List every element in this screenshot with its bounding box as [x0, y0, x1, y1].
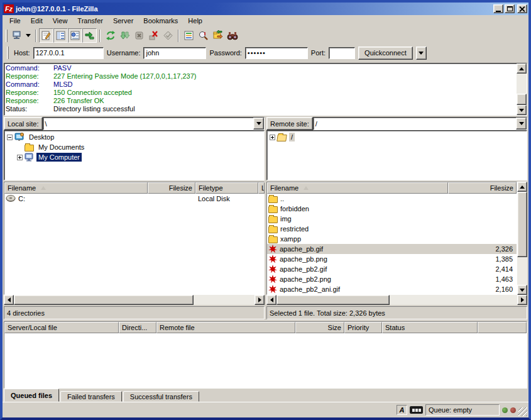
tree-item-my-documents[interactable]: My Documents — [5, 142, 263, 152]
tree-item-root[interactable]: / — [268, 132, 526, 142]
cancel-operation-button[interactable] — [132, 28, 146, 43]
tree-item-label-selected[interactable]: / — [289, 133, 295, 141]
file-row[interactable]: restricted — [267, 224, 517, 234]
quickbar-grip[interactable] — [7, 47, 9, 59]
menu-file[interactable]: File — [4, 16, 26, 26]
file-row[interactable]: apache_pb.png 1,385 — [267, 254, 517, 264]
column-header-filename[interactable]: Filename — [4, 182, 148, 194]
scroll-thumb[interactable] — [517, 192, 527, 257]
scroll-up-button[interactable] — [517, 182, 527, 192]
local-site-combo[interactable]: \ — [43, 117, 265, 130]
scroll-down-button[interactable] — [517, 105, 527, 115]
file-row[interactable]: apache_pb2.png 1,463 — [267, 274, 517, 284]
column-header-priority[interactable]: Priority — [344, 322, 382, 333]
scroll-left-button[interactable] — [4, 295, 14, 305]
host-input[interactable]: 127.0.0.1 — [33, 47, 104, 59]
file-row[interactable]: xampp — [267, 234, 517, 244]
menu-bookmarks[interactable]: Bookmarks — [138, 16, 183, 26]
scroll-up-button[interactable] — [517, 64, 527, 74]
file-row-c-drive[interactable]: C: Local Disk — [4, 194, 264, 204]
toggle-remote-tree-button[interactable] — [68, 28, 82, 43]
file-row[interactable]: apache_pb2.gif 2,414 — [267, 264, 517, 274]
scroll-thumb[interactable] — [276, 295, 390, 305]
toggle-transfer-queue-button[interactable] — [82, 28, 97, 43]
column-header-local-file[interactable]: Server/Local file — [4, 322, 119, 333]
title-bar[interactable]: Fz john@127.0.0.1 - FileZilla — [3, 3, 528, 15]
port-input[interactable] — [329, 47, 355, 59]
scroll-thumb[interactable] — [517, 94, 527, 105]
tab-queued-files[interactable]: Queued files — [4, 389, 59, 402]
abort-button[interactable] — [161, 28, 175, 43]
close-button[interactable] — [517, 4, 527, 13]
password-input[interactable]: •••••• — [245, 47, 308, 59]
disconnect-button[interactable] — [146, 28, 161, 43]
remote-site-combo[interactable]: / — [313, 117, 527, 130]
directory-compare-button[interactable] — [196, 28, 211, 43]
quickconnect-button[interactable]: Quickconnect — [358, 47, 413, 60]
maximize-button[interactable] — [505, 4, 515, 13]
tree-item-label-selected[interactable]: My Computer — [36, 153, 82, 162]
tree-item-desktop[interactable]: Desktop — [5, 132, 263, 142]
minimize-button[interactable] — [493, 4, 503, 13]
scroll-thumb[interactable] — [14, 295, 194, 305]
file-row[interactable]: .. — [267, 194, 517, 204]
file-row[interactable]: forbidden — [267, 204, 517, 214]
local-horizontal-scrollbar[interactable] — [4, 295, 265, 305]
scroll-right-button[interactable] — [255, 295, 265, 305]
local-site-value[interactable]: \ — [43, 118, 253, 130]
remote-vertical-scrollbar[interactable] — [517, 182, 527, 295]
scroll-track[interactable] — [194, 295, 255, 305]
site-manager-dropdown[interactable] — [24, 28, 33, 43]
column-header-filesize[interactable]: Filesize — [448, 182, 517, 194]
collapse-icon[interactable] — [7, 135, 13, 140]
scroll-track[interactable] — [517, 74, 527, 94]
quickconnect-dropdown[interactable] — [416, 47, 427, 60]
toolbar-grip[interactable] — [6, 30, 8, 42]
remote-site-value[interactable]: / — [314, 118, 516, 130]
menu-server[interactable]: Server — [108, 16, 138, 26]
scroll-track[interactable] — [390, 295, 517, 305]
synchronized-browsing-button[interactable] — [211, 28, 225, 43]
menu-transfer[interactable]: Transfer — [72, 16, 108, 26]
refresh-button[interactable] — [103, 28, 118, 43]
resize-grip[interactable] — [518, 407, 527, 416]
find-files-button[interactable] — [225, 28, 239, 43]
column-header-filetype[interactable]: Filetype — [195, 182, 258, 194]
remote-horizontal-scrollbar[interactable] — [266, 295, 527, 305]
process-queue-button[interactable] — [118, 28, 132, 43]
scroll-track[interactable] — [517, 257, 527, 285]
tab-successful-transfers[interactable]: Successful transfers — [123, 391, 199, 402]
column-header-size[interactable]: Size — [295, 322, 344, 333]
scroll-right-button[interactable] — [517, 295, 527, 305]
filter-button[interactable] — [182, 28, 196, 43]
column-header-direction[interactable]: Directi... — [119, 322, 156, 333]
local-status-text: 4 directories — [4, 306, 265, 319]
username-input[interactable]: john — [143, 47, 206, 59]
toggle-log-view-button[interactable] — [39, 28, 53, 43]
tree-item-label[interactable]: My Documents — [36, 143, 86, 152]
toggle-local-tree-button[interactable] — [53, 28, 68, 43]
local-site-dropdown[interactable] — [253, 118, 264, 130]
window-title: john@127.0.0.1 - FileZilla — [16, 5, 492, 13]
menu-view[interactable]: View — [48, 16, 73, 26]
file-row-selected[interactable]: apache_pb.gif 2,326 — [267, 244, 517, 254]
file-row[interactable]: apache_pb2_ani.gif 2,160 — [267, 284, 517, 294]
tree-item-label[interactable]: Desktop — [27, 133, 56, 141]
menu-edit[interactable]: Edit — [26, 16, 48, 26]
log-scrollbar[interactable] — [517, 64, 527, 115]
column-header-last-modified[interactable]: L — [258, 182, 265, 194]
file-row[interactable]: img — [267, 214, 517, 224]
scroll-left-button[interactable] — [266, 295, 276, 305]
tree-item-my-computer[interactable]: My Computer — [5, 152, 263, 162]
column-header-status[interactable]: Status — [382, 322, 478, 333]
expand-icon[interactable] — [17, 155, 23, 160]
menu-help[interactable]: Help — [183, 16, 207, 26]
remote-site-dropdown[interactable] — [516, 118, 527, 130]
expand-icon[interactable] — [270, 135, 275, 140]
scroll-down-button[interactable] — [517, 285, 527, 295]
column-header-filesize[interactable]: Filesize — [148, 182, 195, 194]
site-manager-button[interactable] — [9, 28, 24, 43]
column-header-remote-file[interactable]: Remote file — [156, 322, 295, 333]
column-header-filename[interactable]: Filename — [267, 182, 448, 194]
tab-failed-transfers[interactable]: Failed transfers — [60, 391, 122, 402]
